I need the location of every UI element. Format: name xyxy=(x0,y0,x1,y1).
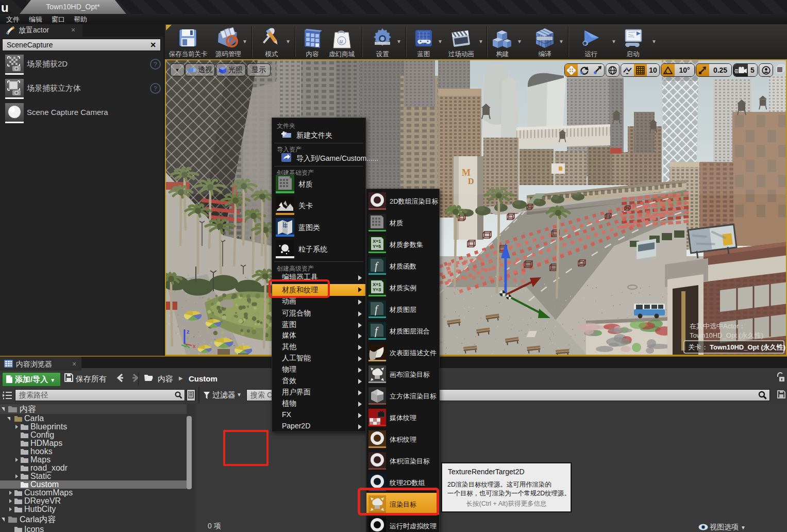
svg-text:u: u xyxy=(340,37,343,45)
svg-text:Y=5: Y=5 xyxy=(373,244,381,249)
svg-text:Y=3: Y=3 xyxy=(373,287,381,292)
svg-text:X=1: X=1 xyxy=(373,239,381,244)
svg-text:X=1: X=1 xyxy=(373,282,381,287)
